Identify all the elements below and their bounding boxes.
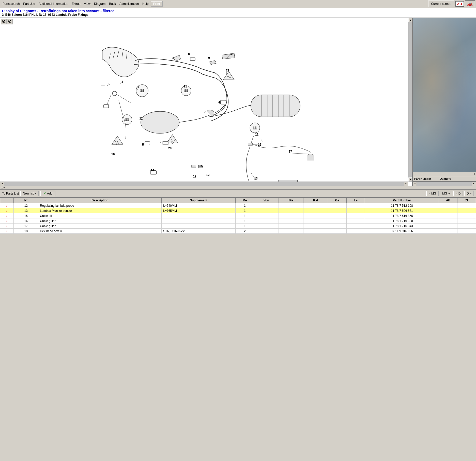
- add-label: Add: [47, 192, 52, 195]
- svg-text:11: 11: [253, 126, 257, 130]
- page-title: Display of Diagrams - Retrofittings not …: [2, 9, 474, 13]
- col-ae-header: AE: [439, 198, 457, 203]
- svg-text:15: 15: [199, 165, 203, 168]
- vehicle-label: 3' E46 Saloon 316i PHL L N:: [2, 13, 42, 17]
- current-screen-button[interactable]: Current screen: [428, 1, 454, 7]
- table-row[interactable]: i16Cable guide111 78 1 716 380: [0, 218, 476, 224]
- d-prev-button[interactable]: « D: [453, 191, 463, 196]
- col-kat-header: Kat: [303, 198, 328, 203]
- svg-point-20: [141, 111, 179, 133]
- header-area: Display of Diagrams - Retrofittings not …: [0, 8, 476, 18]
- svg-text:2: 2: [160, 140, 161, 144]
- menu-view[interactable]: View: [82, 2, 92, 6]
- diagram-area: 11 11 11 11: [0, 18, 412, 186]
- right-panel-image: [413, 18, 476, 172]
- col-bis-header: Bis: [279, 198, 303, 203]
- svg-text:1: 1: [121, 80, 123, 84]
- svg-text:11: 11: [184, 89, 188, 93]
- svg-text:16: 16: [258, 143, 262, 146]
- menu-print[interactable]: Print: [151, 1, 163, 7]
- diagram-svg[interactable]: 11 11 11 11: [0, 18, 412, 186]
- menu-back[interactable]: Back: [108, 2, 117, 6]
- right-panel-table: Part Number Quantity ◄ ►: [413, 176, 476, 186]
- col-le-header: Le: [346, 198, 365, 203]
- info-icon[interactable]: i: [6, 209, 7, 213]
- rp-scroll-left[interactable]: ◄: [413, 182, 417, 186]
- col-von-header: Von: [254, 198, 279, 203]
- diagram-vertical-scrollbar[interactable]: ▲ ▼: [408, 18, 412, 182]
- scroll-left-arrow[interactable]: ◄: [0, 182, 4, 186]
- svg-line-23: [106, 95, 111, 106]
- resize-separator[interactable]: ▲▼: [0, 186, 476, 190]
- svg-marker-31: [167, 135, 178, 143]
- svg-text:12: 12: [193, 175, 196, 178]
- svg-text:17: 17: [289, 150, 292, 153]
- dropdown-arrow-icon: ▼: [34, 192, 36, 195]
- menu-diagram[interactable]: Diagram: [93, 2, 107, 6]
- svg-marker-29: [112, 136, 123, 144]
- vehicle-info: 3' E46 Saloon 316i PHL L N: 18_0643 Lamb…: [2, 13, 474, 17]
- svg-text:3: 3: [172, 56, 174, 60]
- rp-h-track[interactable]: [417, 182, 472, 186]
- navigation-buttons: « MG MG » « D D »: [426, 191, 474, 196]
- menu-parts-search[interactable]: Parts search: [1, 2, 21, 6]
- mg-prev-button[interactable]: « MG: [426, 191, 439, 196]
- svg-rect-51: [192, 165, 196, 168]
- info-icon[interactable]: i: [6, 229, 7, 233]
- info-icon[interactable]: i: [6, 224, 7, 228]
- table-row[interactable]: i18Hex head screwST6,3X16-C-Z2207 11 9 9…: [0, 229, 476, 234]
- table-row[interactable]: i13Lambda Monitor sensorL=765MM111 78 7 …: [0, 208, 476, 213]
- col-nr-header: Nr: [14, 198, 38, 203]
- svg-rect-44: [221, 100, 226, 104]
- right-panel-h-scroll[interactable]: ◄ ►: [413, 182, 476, 186]
- scroll-up-arrow[interactable]: ▲: [408, 18, 412, 22]
- scroll-down-arrow[interactable]: ▼: [408, 177, 412, 182]
- h-scroll-track[interactable]: [4, 182, 404, 186]
- menu-additional-info[interactable]: Additional Information: [37, 2, 70, 6]
- svg-text:4: 4: [218, 100, 220, 104]
- info-icon[interactable]: i: [6, 204, 7, 207]
- info-icon[interactable]: i: [6, 214, 7, 218]
- car-icon-button[interactable]: 🚗: [465, 1, 475, 7]
- svg-text:8: 8: [188, 52, 190, 56]
- info-icon[interactable]: i: [6, 219, 7, 223]
- svg-text:11: 11: [139, 117, 143, 120]
- zoom-out-button[interactable]: [7, 19, 13, 24]
- svg-rect-50: [163, 142, 168, 144]
- scroll-right-arrow[interactable]: ►: [404, 182, 408, 186]
- col-quantity-header: Quantity: [438, 177, 453, 181]
- svg-text:6: 6: [108, 82, 110, 86]
- new-list-button[interactable]: New list ▼: [20, 191, 39, 196]
- ao-button[interactable]: AO: [455, 1, 464, 7]
- svg-text:12: 12: [206, 173, 210, 177]
- add-button[interactable]: ✓ Add: [40, 191, 55, 196]
- table-row[interactable]: i15Cable clip111 78 7 516 866: [0, 213, 476, 218]
- menu-administration[interactable]: Administration: [118, 2, 140, 6]
- mg-next-button[interactable]: MG »: [440, 191, 452, 196]
- bottom-toolbar: To Parts List New list ▼ ✓ Add « MG MG »…: [0, 190, 476, 198]
- scroll-track[interactable]: [408, 22, 412, 177]
- col-me-header: Me: [236, 198, 254, 203]
- scroll-down-icon[interactable]: ▼: [473, 173, 475, 175]
- svg-text:21: 21: [226, 69, 229, 72]
- svg-line-93: [251, 173, 255, 179]
- col-ge-header: Ge: [328, 198, 346, 203]
- diagram-horizontal-scrollbar[interactable]: ◄ ►: [0, 182, 408, 186]
- svg-rect-27: [145, 142, 150, 145]
- table-row[interactable]: i12Regulating lambda probeL=540MM111 78 …: [0, 203, 476, 208]
- rp-scroll-right[interactable]: ►: [472, 182, 476, 186]
- svg-text:11: 11: [184, 85, 187, 88]
- new-list-label: New list: [23, 192, 34, 195]
- table-row[interactable]: i17Cable guide111 78 1 716 343: [0, 224, 476, 229]
- toolbar-right: Current screen AO 🚗: [428, 1, 475, 7]
- svg-line-6: [11, 22, 11, 23]
- menu-part-use[interactable]: Part Use: [22, 2, 37, 6]
- svg-text:11: 11: [140, 88, 144, 93]
- menu-extras[interactable]: Extras: [70, 2, 82, 6]
- svg-rect-13: [251, 95, 300, 117]
- menu-help[interactable]: Help: [141, 2, 150, 6]
- zoom-in-button[interactable]: [1, 19, 7, 24]
- resize-handle-icon[interactable]: ▲▼: [1, 187, 5, 189]
- main-content: 11 11 11 11: [0, 18, 476, 186]
- d-next-button[interactable]: D »: [464, 191, 474, 196]
